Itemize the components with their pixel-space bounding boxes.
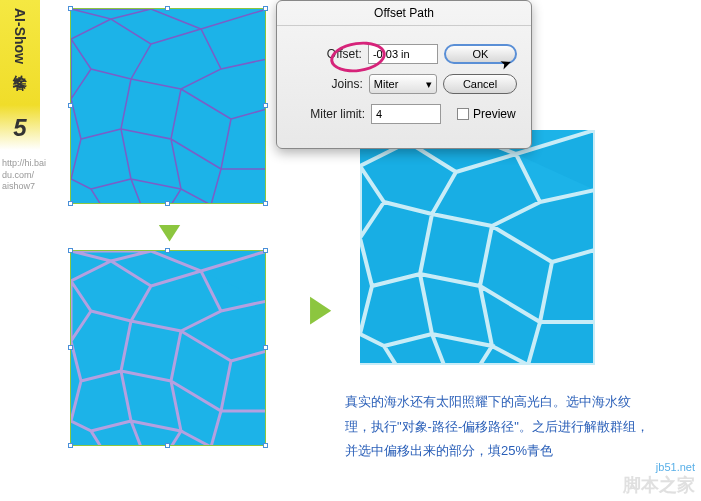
offset-path-dialog: Offset Path Offset: OK Joins: Miter▾ Can… [276,0,532,149]
preview-checkbox[interactable] [457,108,469,120]
selection-handle[interactable] [263,443,268,448]
preview-label: Preview [473,107,516,121]
selection-handle[interactable] [68,201,73,206]
step-tag: AI-Show绘客 5 [0,0,40,150]
miter-input[interactable] [371,104,441,124]
cancel-button[interactable]: Cancel [443,74,517,94]
selection-handle[interactable] [263,103,268,108]
selection-handle[interactable] [263,201,268,206]
selection-handle[interactable] [68,345,73,350]
step-number: 5 [13,114,26,142]
selection-handle[interactable] [68,248,73,253]
svg-rect-1 [71,251,265,445]
voronoi-pattern-result [360,130,595,365]
voronoi-pattern [71,9,265,203]
selection-handle[interactable] [165,443,170,448]
seawater-pattern-offset[interactable] [70,250,266,446]
selection-handle[interactable] [68,103,73,108]
arrow-right-icon: ▶ [310,286,334,317]
step-label: AI-Show绘客 [11,8,29,64]
watermark-url: jb51.net [656,461,695,473]
voronoi-pattern-offset [71,251,265,445]
seawater-pattern-before[interactable] [70,8,266,204]
arrow-down-icon: ▼ [151,216,182,240]
selection-handle[interactable] [165,248,170,253]
miter-label: Miter limit: [291,107,365,121]
selection-handle[interactable] [165,6,170,11]
selection-handle[interactable] [263,345,268,350]
joins-label: Joins: [291,77,363,91]
selection-handle[interactable] [68,443,73,448]
selection-handle[interactable] [263,248,268,253]
svg-rect-0 [71,9,265,203]
watermark-main: 脚本之家 [623,473,695,497]
description-text: 真实的海水还有太阳照耀下的高光白。选中海水纹理，执行"对象-路径-偏移路径"。之… [345,390,655,464]
selection-handle[interactable] [165,201,170,206]
dialog-title: Offset Path [277,1,531,26]
selection-handle[interactable] [68,6,73,11]
chevron-icon: ▾ [426,78,432,91]
joins-select[interactable]: Miter▾ [369,74,437,94]
selection-handle[interactable] [263,6,268,11]
seawater-pattern-result [360,130,595,365]
source-url: http://hi.bai du.com/ aishow7 [2,158,46,193]
